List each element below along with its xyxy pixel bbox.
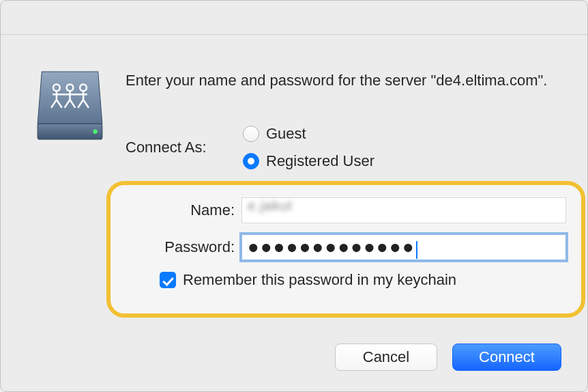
svg-point-1 <box>93 130 97 134</box>
radio-icon <box>243 153 259 169</box>
text-caret <box>416 241 417 259</box>
name-value: e.jakut <box>248 198 293 213</box>
checkbox-icon <box>160 272 176 288</box>
remember-checkbox[interactable]: Remember this password in my keychain <box>160 271 566 289</box>
name-row: Name: e.jakut <box>126 197 566 223</box>
radio-registered-user[interactable]: Registered User <box>243 152 374 170</box>
name-label: Name: <box>126 201 241 219</box>
password-input[interactable]: ●●●●●●●●●●●●● <box>241 234 566 260</box>
password-label: Password: <box>126 238 241 256</box>
header-separator <box>1 34 587 35</box>
connect-as-radio-group: Guest Registered User <box>243 125 374 170</box>
connect-as-section: Connect As: Guest Registered User <box>126 125 374 170</box>
radio-registered-label: Registered User <box>266 152 374 170</box>
password-row: Password: ●●●●●●●●●●●●● <box>126 234 566 260</box>
name-input[interactable]: e.jakut <box>241 197 566 223</box>
credentials-highlight: Name: e.jakut Password: ●●●●●●●●●●●●● Re… <box>106 181 585 318</box>
password-value: ●●●●●●●●●●●●● <box>248 236 415 257</box>
radio-guest-label: Guest <box>266 125 306 143</box>
server-network-icon <box>35 66 105 144</box>
connect-as-label: Connect As: <box>126 139 243 156</box>
remember-label: Remember this password in my keychain <box>183 271 456 289</box>
connect-button[interactable]: Connect <box>452 344 561 371</box>
prompt-text: Enter your name and password for the ser… <box>126 70 548 91</box>
radio-guest[interactable]: Guest <box>243 125 374 143</box>
svg-rect-0 <box>38 124 102 139</box>
auth-dialog: Enter your name and password for the ser… <box>0 0 588 392</box>
button-row: Cancel Connect <box>335 344 561 371</box>
radio-icon <box>243 126 259 142</box>
cancel-button[interactable]: Cancel <box>335 344 437 371</box>
